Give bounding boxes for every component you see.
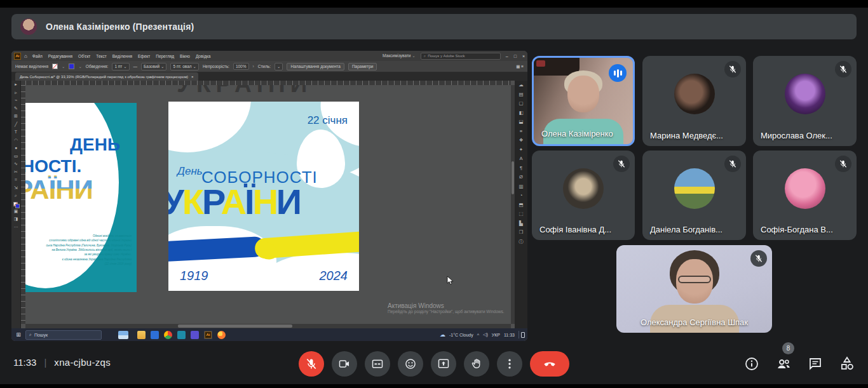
- avatar: [785, 168, 825, 209]
- app-icon-teal[interactable]: [177, 331, 186, 339]
- app-control-bar: Немає виділення ⌄ ⌄ Обведення: 1 пт ⌄ — …: [11, 61, 527, 72]
- avatar: [563, 168, 604, 209]
- vertical-ruler: [21, 85, 25, 324]
- workspace-icons[interactable]: ▦ ≡: [516, 64, 524, 69]
- menu-type[interactable]: Текст: [96, 54, 106, 58]
- file-explorer-icon[interactable]: [137, 331, 146, 339]
- participant-tile-daniela[interactable]: Даніела Богданів...: [642, 151, 746, 240]
- document-setup-button[interactable]: Налаштування документа: [287, 63, 344, 70]
- windows-taskbar: ⊞ ⌕ Пошук Ai ☁ -1°C Cloudy ^ ◁) УКР: [11, 328, 527, 341]
- opacity-value[interactable]: 100%: [233, 63, 249, 70]
- horizontal-scrollbar[interactable]: [25, 324, 511, 328]
- taskbar-search-input[interactable]: ⌕ Пошук: [25, 330, 102, 340]
- poster-year-1919: 1919: [180, 269, 208, 283]
- menu-help[interactable]: Довідка: [196, 54, 210, 58]
- menu-file[interactable]: Файл: [32, 54, 43, 58]
- system-tray: ☁ -1°C Cloudy ^ ◁) УКР 11:33: [440, 331, 527, 338]
- weather-widget-icon[interactable]: [118, 331, 128, 339]
- notification-center-icon[interactable]: [519, 331, 525, 338]
- opacity-label: Непрозорість:: [203, 64, 229, 69]
- tray-expand-icon[interactable]: ^: [477, 333, 479, 337]
- menu-view[interactable]: Перегляд: [156, 54, 174, 58]
- firefox-icon[interactable]: [217, 331, 226, 339]
- adobe-stock-search-input[interactable]: ⌕ Пошук у Adobe Stock: [421, 53, 501, 60]
- tab-close-icon[interactable]: ×: [191, 75, 194, 79]
- poster-left-title-2: НОСТІ.: [25, 156, 81, 177]
- artboard-canvas[interactable]: УКРАЇНИ ДЕНЬ НОСТІ. РАЇНИ РАЇНИ Однині в…: [25, 85, 511, 324]
- participant-tile-oleksandra[interactable]: Олександра Сергіївна Шпак: [616, 245, 772, 333]
- brush-select[interactable]: Базовий ⌄: [141, 63, 166, 70]
- illustrator-taskbar-icon[interactable]: Ai: [204, 331, 212, 339]
- glasses: [678, 276, 711, 283]
- tray-clock[interactable]: 11:33: [504, 333, 515, 337]
- reactions-button[interactable]: [398, 351, 423, 377]
- app-menu-bar: Файл Редагування Об'єкт Текст Виділення …: [32, 54, 210, 58]
- document-tab[interactable]: День Соборності.ai* @ 33,33% (RGB/Попере…: [15, 72, 198, 81]
- chrome-icon[interactable]: [164, 331, 172, 339]
- meet-window: Олена Казіміренко (Презентація) Ai ⌂ Фай…: [0, 0, 868, 388]
- search-icon: ⌕: [29, 332, 32, 337]
- mic-off-icon: [835, 61, 851, 77]
- menu-select[interactable]: Виділення: [112, 54, 132, 58]
- poster-right-artboard: 22 січня День СОБОРНОСТІ УКРАЇНИ 1919 20…: [168, 102, 359, 291]
- speaking-indicator-icon: [609, 64, 627, 82]
- more-options-button[interactable]: [497, 351, 522, 377]
- end-call-button[interactable]: [530, 351, 569, 377]
- app-icon-purple[interactable]: [191, 331, 199, 339]
- fill-swatch[interactable]: [52, 64, 58, 69]
- participant-name: Олександра Сергіївна Шпак: [641, 318, 748, 327]
- illustrator-app-icon[interactable]: Ai: [14, 53, 21, 60]
- poster-left-title-3: РАЇНИ РАЇНИ: [25, 177, 93, 203]
- letterbox-bottom: [0, 384, 868, 388]
- tray-temperature[interactable]: -1°C Cloudy: [449, 333, 473, 337]
- preferences-button[interactable]: Параметри: [348, 63, 377, 70]
- start-button[interactable]: ⊞: [11, 331, 25, 338]
- menu-window[interactable]: Вікно: [180, 54, 190, 58]
- poster-left-artboard: ДЕНЬ НОСТІ. РАЇНИ РАЇНИ Однині воєдино з…: [25, 103, 137, 292]
- workspace-dropdown[interactable]: Максимізувати ⌄: [383, 53, 416, 58]
- activities-button[interactable]: [839, 351, 855, 377]
- camera-button[interactable]: [332, 351, 357, 377]
- captions-button[interactable]: [365, 351, 390, 377]
- clock: 11:33: [13, 357, 36, 368]
- participants-count-badge: 8: [782, 342, 794, 354]
- shared-screen-tile[interactable]: Ai ⌂ Файл Редагування Об'єкт Текст Виділ…: [11, 51, 527, 341]
- meeting-details-button[interactable]: [743, 351, 760, 377]
- profile-select[interactable]: 5 пт. овал ⌄: [170, 63, 198, 70]
- selection-status: Немає виділення: [15, 64, 48, 69]
- participant-name: Даніела Богданів...: [650, 225, 722, 234]
- app-icon-blue[interactable]: [151, 331, 159, 339]
- maximize-button[interactable]: □: [514, 54, 517, 58]
- participant-tile-sofiia-b[interactable]: Софія-Богдана В...: [753, 151, 857, 240]
- divider: |: [44, 357, 46, 368]
- menu-edit[interactable]: Редагування: [48, 54, 72, 58]
- participant-tile-olena[interactable]: Олена Казіміренко: [532, 56, 635, 146]
- stroke-swatch[interactable]: [69, 64, 74, 69]
- minimize-button[interactable]: –: [506, 54, 508, 58]
- poster-word-ukrainy: УКРАЇНИ: [168, 184, 300, 220]
- menu-object[interactable]: Об'єкт: [78, 54, 90, 58]
- mic-off-icon: [750, 250, 767, 267]
- chat-button[interactable]: [807, 351, 824, 377]
- participant-tile-sofiia-i[interactable]: Софія Іванівна Д...: [532, 151, 635, 240]
- home-icon[interactable]: ⌂: [24, 53, 27, 59]
- raise-hand-button[interactable]: [464, 351, 489, 377]
- letterbox-top: [0, 0, 868, 8]
- meeting-info: 11:33 | xna-cjbu-zqs: [13, 357, 111, 368]
- stroke-width-stepper[interactable]: 1 пт ⌄: [112, 63, 129, 70]
- fill-stroke-swatches[interactable]: [13, 202, 18, 207]
- close-button[interactable]: ×: [522, 54, 525, 58]
- tray-volume-icon[interactable]: ◁): [483, 332, 488, 337]
- presentation-banner[interactable]: Олена Казіміренко (Презентація): [11, 14, 857, 39]
- participant-tile-maryna[interactable]: Марина Медведє...: [642, 56, 746, 146]
- participants-button[interactable]: 8: [775, 351, 792, 377]
- participant-tile-myroslava[interactable]: Мирослава Олек...: [753, 56, 857, 146]
- tray-language[interactable]: УКР: [492, 333, 500, 337]
- mic-muted-button[interactable]: [299, 351, 324, 377]
- tools-panel[interactable]: ▸▹⌁✎⊞╱T◠●▭∿✂⌗⇲⌕▣◨⋯: [11, 81, 21, 328]
- participant-name: Софія Іванівна Д...: [539, 225, 611, 234]
- style-select[interactable]: ⌄: [275, 63, 283, 70]
- collapsed-panels-strip[interactable]: ☁▤▢◧⬓≡❖✦A¶Ø▥◔⬒⬚▙❒ⓘ: [515, 81, 527, 328]
- present-screen-button[interactable]: [431, 351, 456, 377]
- menu-effect[interactable]: Ефект: [138, 54, 150, 58]
